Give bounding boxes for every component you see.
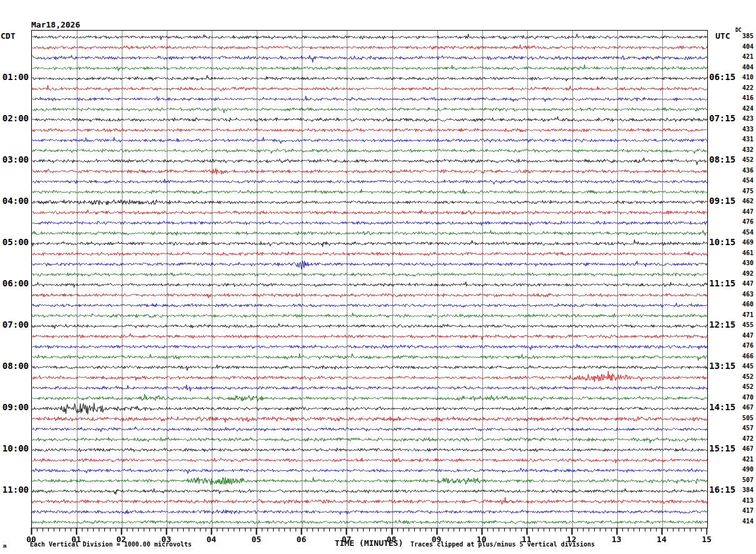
dc-value: 421: [736, 53, 754, 61]
dc-value: 436: [736, 167, 754, 174]
dc-value: 492: [736, 270, 754, 278]
dc-value: 404: [736, 43, 754, 51]
dc-value: 457: [736, 425, 754, 432]
dc-value: 466: [736, 353, 754, 360]
dc-value: 471: [736, 311, 754, 319]
left-hour-label: 07:00: [0, 320, 29, 330]
left-hour-label: 06:00: [0, 278, 29, 288]
squiggle-icon: ʍ: [3, 543, 6, 549]
dc-value: 422: [736, 84, 754, 92]
dc-value: 410: [736, 74, 754, 81]
helicorder-page: Mar18,2026 LNXT HHZ NM 00 (Lenox, TN) CD…: [0, 0, 756, 554]
dc-value: 476: [736, 218, 754, 226]
dc-value: 447: [736, 280, 754, 288]
title-date: Mar18,2026: [31, 20, 100, 29]
left-hour-label: 02:00: [0, 113, 29, 123]
dc-value: 490: [736, 466, 754, 473]
left-hour-label: 09:00: [0, 402, 29, 412]
dc-value: 507: [736, 476, 754, 484]
dc-value: 452: [736, 383, 754, 391]
dc-value: 432: [736, 146, 754, 154]
right-timezone-label: UTC: [715, 31, 730, 41]
dc-value: 421: [736, 456, 754, 463]
dc-value: 454: [736, 229, 754, 236]
dc-value: 467: [736, 404, 754, 411]
dc-value: 413: [736, 497, 754, 505]
dc-value: 423: [736, 115, 754, 123]
left-hour-label: 10:00: [0, 443, 29, 453]
clipping-note: Traces clipped at plus/minus 5 vertical …: [410, 541, 595, 548]
dc-value: 455: [736, 321, 754, 329]
dc-value: 475: [736, 188, 754, 195]
dc-value: 385: [736, 33, 754, 40]
dc-value: 454: [736, 177, 754, 184]
dc-value: 470: [736, 394, 754, 401]
dc-value: 404: [736, 64, 754, 71]
dc-value: 476: [736, 342, 754, 350]
dc-value: 452: [736, 373, 754, 381]
dc-value: 447: [736, 332, 754, 340]
dc-value: 505: [736, 415, 754, 422]
left-hour-label: 08:00: [0, 361, 29, 371]
dc-value: 460: [736, 301, 754, 308]
dc-value: 431: [736, 136, 754, 143]
left-hour-label: 03:00: [0, 154, 29, 164]
dc-value: 416: [736, 94, 754, 102]
dc-value: 447: [736, 208, 754, 216]
plot-area: [31, 30, 708, 528]
dc-value: 433: [736, 126, 754, 133]
dc-value: 384: [736, 486, 754, 494]
dc-value: 430: [736, 259, 754, 267]
dc-value: 445: [736, 363, 754, 370]
left-hour-label: 04:00: [0, 196, 29, 206]
left-hour-label: 05:00: [0, 237, 29, 247]
dc-value: 462: [736, 198, 754, 205]
left-timezone-label: CDT: [1, 31, 15, 41]
dc-value: 414: [736, 518, 754, 525]
dc-value: 469: [736, 239, 754, 246]
vertical-division-note: Each Vertical Division = 1000.00 microvo…: [30, 541, 192, 548]
dc-value: 472: [736, 435, 754, 443]
dc-value: 452: [736, 156, 754, 164]
left-hour-label: 01:00: [0, 72, 29, 82]
dc-value: 417: [736, 507, 754, 515]
dc-value: 461: [736, 249, 754, 257]
dc-value: 467: [736, 445, 754, 453]
seismogram-canvas: [32, 31, 707, 528]
left-hour-label: 11:00: [0, 485, 29, 495]
dc-value: 424: [736, 105, 754, 113]
dc-value: 463: [736, 291, 754, 298]
x-axis-ticks: [31, 528, 707, 536]
